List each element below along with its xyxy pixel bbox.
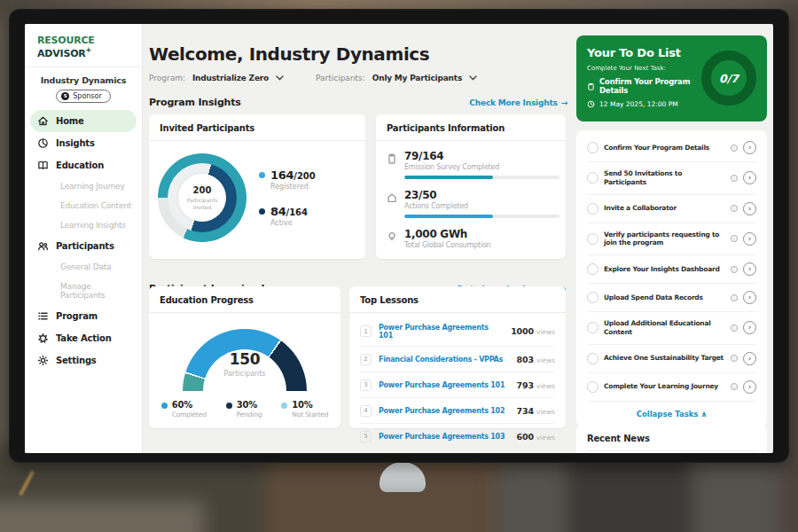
task-label: Explore Your Insights Dashboard [604,265,725,274]
stat-value: 23/50 [404,189,559,201]
sidebar-item-program[interactable]: Program [30,305,137,327]
task-label: Invite a Collaborator [604,204,725,213]
lesson-link[interactable]: Power Purchase Agreements 102 [379,407,510,415]
sidebar-subitem-general-data[interactable]: General Data [25,257,142,277]
task-checkbox[interactable] [587,353,598,364]
program-label: Program: [149,74,185,82]
legend-text: 60%Completed [172,400,207,419]
program-insights-header: Program Insights Check More Insights→ [149,97,567,108]
info-icon: i [731,383,738,390]
task-checkbox[interactable] [587,172,598,184]
task-checkbox[interactable] [587,381,598,393]
info-icon: i [731,325,738,332]
sidebar-item-education[interactable]: Education [30,154,137,176]
sidebar-item-settings[interactable]: Settings [30,349,137,372]
task-open-button[interactable]: › [743,291,756,304]
donut-center-label: Participants Invited [178,197,226,210]
todo-progress-badge: 0/7 [701,51,756,106]
task-open-button[interactable]: › [743,232,756,246]
collapse-tasks-link[interactable]: Collapse Tasks ∧ [587,402,756,420]
program-dropdown[interactable]: Program: Industrialize Zero [149,74,284,82]
task-open-button[interactable]: › [743,321,756,334]
sidebar-item-home[interactable]: Home [30,110,137,132]
task-open-button[interactable]: › [743,380,756,394]
task-label: Verify participants requesting to join t… [604,231,725,248]
sidebar-item-take-action[interactable]: Take Action [30,327,137,349]
lesson-views-count: 600 [517,432,534,442]
task-open-button[interactable]: › [743,141,756,154]
invited-participants-body: 200 Participants Invited 164/200Register… [149,141,365,254]
settings-icon [37,355,49,366]
gauge-legend-item-completed: 60%Completed [161,400,207,419]
lesson-link[interactable]: Power Purchase Agreements 103 [379,433,510,441]
education-progress-card: Education Progress 150 Participants 60%C… [149,286,340,428]
stat-body: 23/50Actions Completed [404,189,559,218]
bulb-icon [387,228,397,249]
task-checkbox[interactable] [587,142,598,153]
task-open-button[interactable]: › [743,202,756,215]
legend-dot-icon [161,403,168,409]
task-checkbox[interactable] [587,292,598,303]
donut-center-value: 200 [193,185,212,195]
lesson-rank-badge: 4 [360,405,372,417]
participants-dropdown[interactable]: Participants: Only My Participants [316,74,477,82]
sidebar-subitem-education-content[interactable]: Education Content [25,196,142,215]
lesson-row: 1Power Purchase Agreements 1011000views [360,317,555,347]
info-icon: i [731,355,738,362]
participants-information-title: Participants Information [376,114,566,141]
stat-value: 1,000 GWh [404,228,490,240]
recent-news-card: Recent News [576,425,767,453]
participants-information-card: Participants Information 79/164Emission … [376,114,566,259]
task-row-invite-a-collaborator: Invite a Collaboratori› [587,195,756,223]
task-row-confirm-your-program-details: Confirm Your Program Detailsi› [587,134,756,162]
task-open-button[interactable]: › [743,352,756,365]
legend-value: 84/164 [270,205,308,218]
sidebar-subitem-learning-journey[interactable]: Learning Journey [25,176,142,196]
sponsor-label: Sponsor [73,92,101,100]
task-checkbox[interactable] [587,322,598,333]
lesson-views: 803views [517,355,555,364]
task-checkbox[interactable] [587,233,598,245]
collapse-tasks-text: Collapse Tasks [637,410,699,419]
legend-percent: 10% [292,400,328,410]
gauge-legend-item-pending: 30%Pending [226,400,262,419]
info-icon: i [731,266,738,273]
logo-plus: + [86,46,92,54]
invited-participants-card: Invited Participants 200 Participants In… [149,114,365,259]
lesson-views-suffix: views [536,356,555,364]
sidebar-subitem-manage-participants[interactable]: Manage Participants [25,277,142,305]
task-checkbox[interactable] [587,203,598,215]
stat-label: Actions Completed [404,202,559,210]
legend-dot-icon [259,172,265,178]
legend-label: Not Started [292,411,328,419]
task-label: Complete Your Learning Journey [604,382,725,391]
lesson-link[interactable]: Power Purchase Agreements 101 [379,324,504,340]
logo-part1: RESOURCE [37,35,95,46]
lesson-rank-badge: 1 [360,325,372,337]
lesson-row: 3Power Purchase Agreements 101793views [360,372,555,398]
info-icon: i [731,175,738,182]
sponsor-badge: S Sponsor [56,90,110,103]
todo-next-task-text: Confirm Your Program Details [599,77,711,95]
check-more-insights-link[interactable]: Check More Insights→ [469,98,567,107]
chevron-up-icon: ∧ [700,410,707,419]
actions-icon [387,189,397,218]
lesson-link[interactable]: Power Purchase Agreements 101 [379,381,510,389]
sidebar-subitem-learning-insights[interactable]: Learning Insights [25,215,142,235]
task-open-button[interactable]: › [743,262,756,276]
stat-progress-fill [404,176,493,179]
invited-legend: 164/200Registered84/164Active [259,168,316,227]
lesson-views-count: 803 [517,355,534,364]
sidebar-item-label: Program [56,311,98,321]
legend-label: Completed [172,411,207,419]
lesson-link[interactable]: Financial Considerations - VPPAs [379,356,510,364]
chevron-down-icon [276,74,284,82]
education-progress-title: Education Progress [149,286,340,313]
sidebar-item-participants[interactable]: Participants [30,235,137,257]
task-open-button[interactable]: › [743,171,756,184]
top-lessons-card: Top Lessons 1Power Purchase Agreements 1… [349,286,566,428]
invited-donut-chart: 200 Participants Invited [158,153,246,242]
sidebar-item-insights[interactable]: Insights [30,132,137,154]
filter-bar: Program: Industrialize Zero Participants… [149,74,567,82]
task-checkbox[interactable] [587,263,598,275]
